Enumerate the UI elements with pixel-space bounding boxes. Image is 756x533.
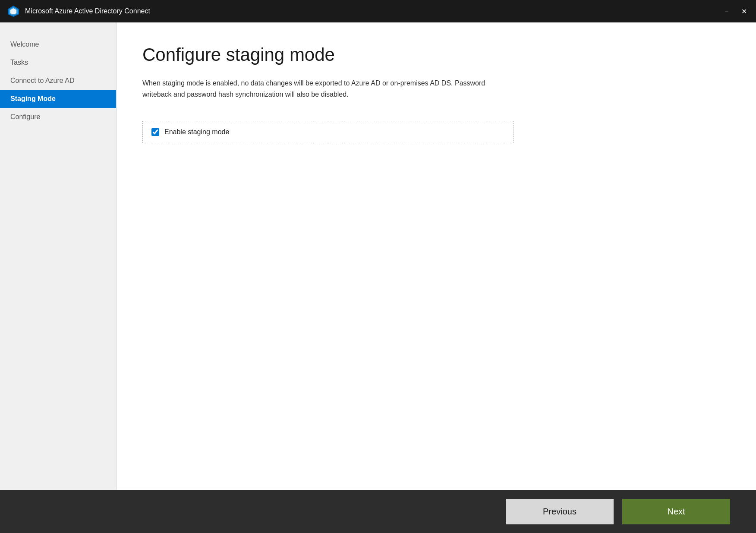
- close-button[interactable]: ✕: [739, 6, 749, 16]
- enable-staging-mode-checkbox[interactable]: [151, 128, 159, 136]
- previous-button[interactable]: Previous: [506, 499, 614, 524]
- sidebar-item-staging-mode[interactable]: Staging Mode: [0, 90, 116, 108]
- sidebar-item-connect-azure-ad[interactable]: Connect to Azure AD: [0, 72, 116, 90]
- main-window: Welcome Tasks Connect to Azure AD Stagin…: [0, 22, 756, 490]
- footer: Previous Next: [0, 490, 756, 533]
- content-area: Configure staging mode When staging mode…: [117, 22, 756, 490]
- enable-staging-mode-checkbox-container[interactable]: Enable staging mode: [142, 121, 513, 143]
- window-title: Microsoft Azure Active Directory Connect: [25, 7, 721, 15]
- next-button[interactable]: Next: [622, 499, 730, 524]
- page-title: Configure staging mode: [142, 44, 730, 66]
- sidebar-item-welcome[interactable]: Welcome: [0, 35, 116, 54]
- minimize-button[interactable]: −: [721, 6, 732, 16]
- page-description: When staging mode is enabled, no data ch…: [142, 78, 496, 100]
- checkbox-label: Enable staging mode: [164, 128, 229, 136]
- sidebar: Welcome Tasks Connect to Azure AD Stagin…: [0, 22, 117, 490]
- azure-logo-icon: [7, 5, 20, 18]
- window-controls: − ✕: [721, 6, 749, 16]
- sidebar-item-tasks[interactable]: Tasks: [0, 54, 116, 72]
- title-bar: Microsoft Azure Active Directory Connect…: [0, 0, 756, 22]
- sidebar-item-configure[interactable]: Configure: [0, 108, 116, 126]
